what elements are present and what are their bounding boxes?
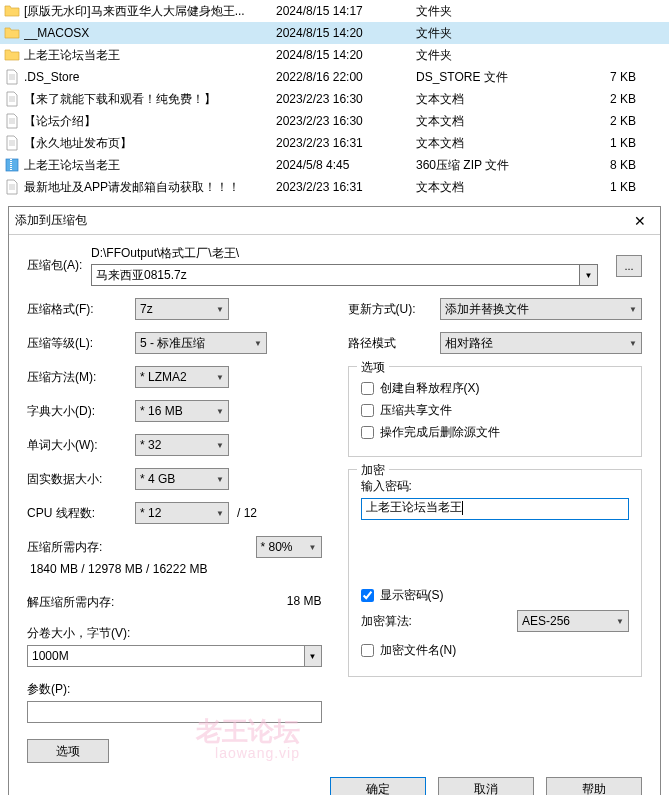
- password-label: 输入密码:: [361, 478, 630, 495]
- chevron-down-icon: ▼: [216, 441, 224, 450]
- share-checkbox[interactable]: [361, 404, 374, 417]
- solid-select[interactable]: * 4 GB▼: [135, 468, 229, 490]
- file-list: [原版无水印]马来西亚华人大屌健身炮王...2024/8/15 14:17文件夹…: [0, 0, 669, 198]
- level-label: 压缩等级(L):: [27, 335, 135, 352]
- txt-icon: [4, 91, 20, 107]
- folder-icon: [4, 25, 20, 41]
- file-type: 文本文档: [416, 179, 581, 196]
- file-row[interactable]: 上老王论坛当老王2024/5/8 4:45360压缩 ZIP 文件8 KB: [0, 154, 669, 176]
- file-type: 文本文档: [416, 135, 581, 152]
- encrypt-group-title: 加密: [357, 462, 389, 479]
- params-input[interactable]: [27, 701, 322, 723]
- enc-alg-select[interactable]: AES-256▼: [517, 610, 629, 632]
- file-date: 2023/2/23 16:30: [276, 92, 416, 106]
- delete-checkbox[interactable]: [361, 426, 374, 439]
- split-dropdown-icon[interactable]: ▼: [305, 645, 322, 667]
- encrypt-names-checkbox[interactable]: [361, 644, 374, 657]
- word-select[interactable]: * 32▼: [135, 434, 229, 456]
- file-date: 2023/2/23 16:31: [276, 136, 416, 150]
- update-label: 更新方式(U):: [348, 301, 440, 318]
- path-mode-select[interactable]: 相对路径▼: [440, 332, 643, 354]
- update-mode-select[interactable]: 添加并替换文件▼: [440, 298, 643, 320]
- file-row[interactable]: 上老王论坛当老王2024/8/15 14:20文件夹: [0, 44, 669, 66]
- file-size: 2 KB: [581, 92, 646, 106]
- archive-dialog: 添加到压缩包 ✕ 压缩包(A): D:\FFOutput\格式工厂\老王\ ▼ …: [8, 206, 661, 795]
- file-row[interactable]: __MACOSX2024/8/15 14:20文件夹: [0, 22, 669, 44]
- txt-icon: [4, 179, 20, 195]
- decompress-mem-label: 解压缩所需内存:: [27, 594, 114, 611]
- encrypt-names-row[interactable]: 加密文件名(N): [361, 642, 630, 659]
- ok-button[interactable]: 确定: [330, 777, 426, 795]
- compress-mem-label: 压缩所需内存:: [27, 539, 102, 556]
- file-date: 2023/2/23 16:30: [276, 114, 416, 128]
- titlebar: 添加到压缩包 ✕: [9, 207, 660, 235]
- format-label: 压缩格式(F):: [27, 301, 135, 318]
- sfx-checkbox-row[interactable]: 创建自释放程序(X): [361, 380, 630, 397]
- chevron-down-icon: ▼: [629, 339, 637, 348]
- threads-select[interactable]: * 12▼: [135, 502, 229, 524]
- folder-icon: [4, 3, 20, 19]
- file-size: 8 KB: [581, 158, 646, 172]
- chevron-down-icon: ▼: [309, 543, 317, 552]
- password-input[interactable]: 上老王论坛当老王: [361, 498, 630, 520]
- options-group: 选项 创建自释放程序(X) 压缩共享文件 操作完成后删除源文件: [348, 366, 643, 457]
- method-label: 压缩方法(M):: [27, 369, 135, 386]
- dialog-title: 添加到压缩包: [15, 212, 626, 229]
- show-password-row[interactable]: 显示密码(S): [361, 587, 630, 604]
- compress-mem-pct-select[interactable]: * 80%▼: [256, 536, 322, 558]
- solid-label: 固实数据大小:: [27, 471, 135, 488]
- file-row[interactable]: 【永久地址发布页】2023/2/23 16:31文本文档1 KB: [0, 132, 669, 154]
- file-row[interactable]: 【来了就能下载和观看！纯免费！】2023/2/23 16:30文本文档2 KB: [0, 88, 669, 110]
- txt-icon: [4, 135, 20, 151]
- options-button[interactable]: 选项: [27, 739, 109, 763]
- file-name: 上老王论坛当老王: [24, 157, 276, 174]
- file-size: 2 KB: [581, 114, 646, 128]
- dict-select[interactable]: * 16 MB▼: [135, 400, 229, 422]
- file-row[interactable]: 最新地址及APP请发邮箱自动获取！！！2023/2/23 16:31文本文档1 …: [0, 176, 669, 198]
- file-size: 1 KB: [581, 136, 646, 150]
- file-type: 文件夹: [416, 47, 581, 64]
- file-date: 2022/8/16 22:00: [276, 70, 416, 84]
- file-name: 上老王论坛当老王: [24, 47, 276, 64]
- threads-total: / 12: [237, 506, 257, 520]
- close-icon[interactable]: ✕: [626, 210, 654, 232]
- help-button[interactable]: 帮助: [546, 777, 642, 795]
- cancel-button[interactable]: 取消: [438, 777, 534, 795]
- method-select[interactable]: * LZMA2▼: [135, 366, 229, 388]
- archive-label: 压缩包(A):: [27, 257, 91, 274]
- file-size: 1 KB: [581, 180, 646, 194]
- chevron-down-icon: ▼: [254, 339, 262, 348]
- split-size-input[interactable]: [27, 645, 305, 667]
- file-date: 2024/8/15 14:17: [276, 4, 416, 18]
- compress-mem-detail: 1840 MB / 12978 MB / 16222 MB: [30, 562, 322, 576]
- enc-alg-label: 加密算法:: [361, 613, 412, 630]
- archive-name-input[interactable]: [91, 264, 580, 286]
- format-select[interactable]: 7z▼: [135, 298, 229, 320]
- delete-checkbox-row[interactable]: 操作完成后删除源文件: [361, 424, 630, 441]
- file-row[interactable]: 【论坛介绍】2023/2/23 16:30文本文档2 KB: [0, 110, 669, 132]
- level-select[interactable]: 5 - 标准压缩▼: [135, 332, 267, 354]
- file-name: .DS_Store: [24, 70, 276, 84]
- dialog-footer: 老王论坛 laowang.vip 确定 取消 帮助: [27, 777, 642, 795]
- pathmode-label: 路径模式: [348, 335, 440, 352]
- share-checkbox-row[interactable]: 压缩共享文件: [361, 402, 630, 419]
- dialog-body: 压缩包(A): D:\FFOutput\格式工厂\老王\ ▼ ... 压缩格式(…: [9, 235, 660, 795]
- browse-button[interactable]: ...: [616, 255, 642, 277]
- file-type: 文本文档: [416, 91, 581, 108]
- file-row[interactable]: [原版无水印]马来西亚华人大屌健身炮王...2024/8/15 14:17文件夹: [0, 0, 669, 22]
- file-type: 文件夹: [416, 25, 581, 42]
- chevron-down-icon: ▼: [616, 617, 624, 626]
- show-password-checkbox[interactable]: [361, 589, 374, 602]
- archive-dropdown-icon[interactable]: ▼: [580, 264, 598, 286]
- file-name: 最新地址及APP请发邮箱自动获取！！！: [24, 179, 276, 196]
- file-date: 2024/8/15 14:20: [276, 26, 416, 40]
- file-type: 文件夹: [416, 3, 581, 20]
- archive-path-row: 压缩包(A): D:\FFOutput\格式工厂\老王\ ▼ ...: [27, 245, 642, 286]
- file-date: 2023/2/23 16:31: [276, 180, 416, 194]
- chevron-down-icon: ▼: [216, 475, 224, 484]
- sfx-checkbox[interactable]: [361, 382, 374, 395]
- right-column: 更新方式(U):添加并替换文件▼ 路径模式相对路径▼ 选项 创建自释放程序(X)…: [348, 298, 643, 763]
- file-date: 2024/5/8 4:45: [276, 158, 416, 172]
- dict-label: 字典大小(D):: [27, 403, 135, 420]
- file-row[interactable]: .DS_Store2022/8/16 22:00DS_STORE 文件7 KB: [0, 66, 669, 88]
